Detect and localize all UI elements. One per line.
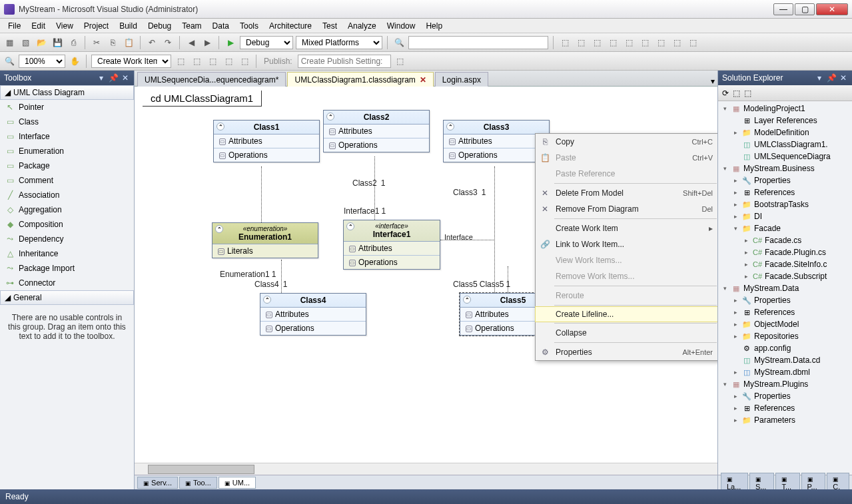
expand-icon[interactable]: ▸ bbox=[731, 333, 739, 340]
toolbox-category-uml[interactable]: ◢UML Class Diagram bbox=[0, 85, 134, 100]
tree-node[interactable]: ▸◫MyStream.dbml bbox=[718, 366, 852, 378]
tree-node[interactable]: ▾▦MyStream.Plugins bbox=[718, 378, 852, 390]
expand-icon[interactable]: ▾ bbox=[721, 381, 729, 387]
tab-umlclassdiagram1classdiagram[interactable]: UMLClassDiagram1.classdiagram✕ bbox=[287, 72, 433, 87]
ctx-delete-from-model[interactable]: ✕Delete From ModelShift+Del bbox=[536, 185, 717, 201]
menu-file[interactable]: File bbox=[3, 20, 26, 32]
tree-node[interactable]: ▸🔧Properties bbox=[718, 294, 852, 306]
ctx-create-lifeline-[interactable]: Create Lifeline... bbox=[535, 306, 717, 322]
expand-icon[interactable]: ▾ bbox=[721, 285, 729, 292]
bottom-tab[interactable]: ▣ Serv... bbox=[137, 477, 178, 489]
solx-pin-icon[interactable]: 📌 bbox=[827, 73, 836, 83]
collapse-icon[interactable]: ⌃ bbox=[263, 296, 271, 304]
tree-node[interactable]: ◫MyStream.Data.cd bbox=[718, 354, 852, 366]
toolbox-item-dependency[interactable]: ⤳Dependency bbox=[0, 232, 134, 246]
tb-btn-1[interactable]: ⬚ bbox=[558, 36, 572, 49]
bottom-tab[interactable]: ▣ La... bbox=[721, 473, 748, 490]
collapse-icon[interactable]: ⌃ bbox=[346, 222, 354, 230]
solx-dropdown-icon[interactable]: ▾ bbox=[815, 73, 824, 83]
tree-node[interactable]: ▸🔧Properties bbox=[718, 390, 852, 402]
expand-icon[interactable]: ▾ bbox=[731, 225, 739, 232]
tree-node[interactable]: ▸📁DI bbox=[718, 210, 852, 222]
tree-node[interactable]: ▸⊞References bbox=[718, 402, 852, 414]
tb-btn-4[interactable]: ⬚ bbox=[606, 36, 620, 49]
menu-data[interactable]: Data bbox=[207, 20, 234, 32]
zoom-tool-button[interactable]: 🔍 bbox=[3, 55, 16, 68]
expand-icon[interactable]: ▸ bbox=[731, 189, 739, 196]
uml-class4[interactable]: ⌃Class4 ▭Attributes ▭Operations bbox=[260, 293, 366, 336]
expand-icon[interactable]: ▸ bbox=[731, 321, 739, 328]
expand-icon[interactable]: ▸ bbox=[731, 297, 739, 304]
bottom-tab[interactable]: ▣ P... bbox=[801, 473, 826, 490]
horizontal-scrollbar[interactable] bbox=[135, 463, 717, 475]
save-button[interactable]: 💾 bbox=[51, 36, 64, 49]
uml-class2[interactable]: ⌃Class2 ▭Attributes ▭Operations bbox=[323, 110, 430, 152]
tab-loginaspx[interactable]: Login.aspx bbox=[435, 72, 488, 87]
find-input[interactable] bbox=[408, 36, 548, 49]
publish-input[interactable] bbox=[298, 55, 391, 68]
scrollbar-thumb[interactable] bbox=[148, 465, 254, 474]
expand-icon[interactable]: ▸ bbox=[731, 369, 739, 376]
expand-icon[interactable]: ▸ bbox=[731, 393, 739, 399]
minimize-button[interactable]: — bbox=[773, 3, 793, 15]
menu-edit[interactable]: Edit bbox=[26, 20, 51, 32]
expand-icon[interactable]: ▸ bbox=[731, 417, 739, 423]
tree-node[interactable]: ▸🔧Properties bbox=[718, 174, 852, 186]
ctx-properties[interactable]: ⚙PropertiesAlt+Enter bbox=[536, 344, 717, 360]
toolbox-item-package-import[interactable]: ⤳Package Import bbox=[0, 261, 134, 276]
tree-node[interactable]: ⊞Layer References bbox=[718, 115, 852, 126]
tb-btn-6[interactable]: ⬚ bbox=[638, 36, 651, 49]
tree-node[interactable]: ▸📁Repositories bbox=[718, 330, 852, 342]
tree-node[interactable]: ▸📁BootstrapTasks bbox=[718, 198, 852, 210]
undo-button[interactable]: ↶ bbox=[145, 36, 159, 49]
expand-icon[interactable]: ▸ bbox=[731, 129, 739, 136]
expand-icon[interactable]: ▸ bbox=[742, 261, 750, 268]
connector[interactable] bbox=[494, 166, 495, 293]
platform-select[interactable]: Mixed Platforms bbox=[296, 36, 382, 49]
solx-close-icon[interactable]: ✕ bbox=[839, 73, 848, 83]
wi-btn-2[interactable]: ⬚ bbox=[190, 55, 203, 68]
menu-architecture[interactable]: Architecture bbox=[264, 20, 317, 32]
cut-button[interactable]: ✂ bbox=[90, 36, 103, 49]
tree-node[interactable]: ▸📁ModelDefinition bbox=[718, 126, 852, 138]
tb-btn-2[interactable]: ⬚ bbox=[574, 36, 588, 49]
tree-node[interactable]: ▸⊞References bbox=[718, 306, 852, 318]
toolbox-item-class[interactable]: ▭Class bbox=[0, 115, 134, 129]
toolbox-item-comment[interactable]: ▭Comment bbox=[0, 173, 134, 188]
tree-node[interactable]: ◫UMLSequenceDiagra bbox=[718, 150, 852, 162]
uml-interface1[interactable]: ⌃«interface»Interface1 ▭Attributes ▭Oper… bbox=[343, 220, 440, 270]
save-all-button[interactable]: ⎙ bbox=[67, 36, 80, 49]
menu-test[interactable]: Test bbox=[317, 20, 342, 32]
menu-window[interactable]: Window bbox=[382, 20, 421, 32]
ctx-remove-from-diagram[interactable]: ✕Remove From DiagramDel bbox=[536, 201, 717, 217]
menu-help[interactable]: Help bbox=[420, 20, 448, 32]
tb-btn-5[interactable]: ⬚ bbox=[622, 36, 636, 49]
close-button[interactable]: ✕ bbox=[816, 3, 848, 15]
publish-button[interactable]: ⬚ bbox=[394, 55, 407, 68]
tree-node[interactable]: ⚙app.config bbox=[718, 342, 852, 354]
tree-node[interactable]: ▸C#Facade.Subscript bbox=[718, 270, 852, 282]
expand-icon[interactable]: ▸ bbox=[731, 405, 739, 411]
wi-btn-5[interactable]: ⬚ bbox=[238, 55, 251, 68]
collapse-icon[interactable]: ⌃ bbox=[463, 296, 471, 304]
bottom-tab[interactable]: ▣ UM... bbox=[218, 477, 256, 489]
tree-node[interactable]: ▾▦MyStream.Data bbox=[718, 282, 852, 294]
solx-btn-2[interactable]: ⬚ bbox=[733, 89, 740, 98]
tb-btn-8[interactable]: ⬚ bbox=[670, 36, 683, 49]
tabs-dropdown-button[interactable]: ▾ bbox=[711, 77, 715, 86]
new-project-button[interactable]: ▦ bbox=[3, 36, 16, 49]
expand-icon[interactable]: ▸ bbox=[731, 201, 739, 208]
expand-icon[interactable]: ▸ bbox=[731, 213, 739, 220]
solx-btn-1[interactable]: ⟳ bbox=[722, 89, 729, 98]
uml-class1[interactable]: ⌃Class1 ▭Attributes ▭Operations bbox=[213, 120, 320, 162]
redo-button[interactable]: ↷ bbox=[161, 36, 175, 49]
open-button[interactable]: 📂 bbox=[35, 36, 48, 49]
maximize-button[interactable]: ▢ bbox=[795, 3, 815, 15]
nav-fwd-button[interactable]: ▶ bbox=[201, 36, 214, 49]
pan-button[interactable]: ✋ bbox=[68, 55, 81, 68]
solx-btn-3[interactable]: ⬚ bbox=[744, 89, 751, 98]
uml-class3[interactable]: ⌃Class3 ▭Attributes ▭Operations bbox=[443, 120, 550, 162]
uml-enumeration1[interactable]: ⌃«enumeration»Enumeration1 ▭Literals bbox=[212, 222, 318, 258]
ctx-collapse[interactable]: Collapse bbox=[536, 325, 717, 341]
bottom-tab[interactable]: ▣ T... bbox=[775, 473, 799, 490]
